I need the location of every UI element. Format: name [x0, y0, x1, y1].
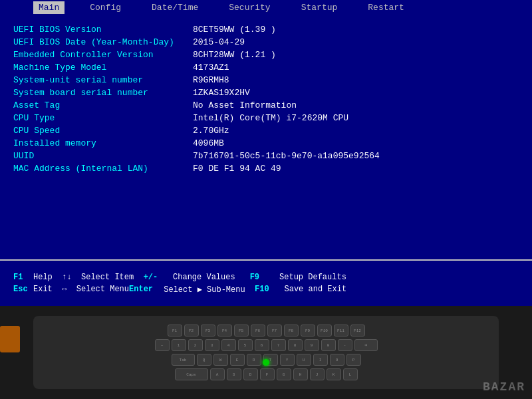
row-label: MAC Address (Internal LAN)	[13, 164, 193, 174]
help-desc-exit: Exit ↔ Select Menu	[33, 285, 129, 294]
row-label: UEFI BIOS Version	[13, 25, 193, 35]
key[interactable]: F4	[217, 325, 232, 336]
menu-bar: Main Config Date/Time Security Startup R…	[0, 0, 532, 15]
key[interactable]: P	[346, 354, 361, 366]
key-backspace[interactable]: ⌫	[354, 339, 378, 351]
menu-item-startup[interactable]: Startup	[296, 1, 343, 14]
row-label: System board serial number	[13, 88, 193, 98]
table-row: Machine Type Model 4173AZ1	[13, 63, 519, 72]
key[interactable]: Y	[280, 354, 295, 366]
key[interactable]: Q	[197, 354, 211, 366]
key[interactable]: 4	[221, 339, 236, 351]
table-row: System-unit serial number R9GRMH8	[13, 75, 519, 85]
key[interactable]: 6	[255, 339, 269, 351]
table-row: UUID 7b716701-50c5-11cb-9e70-a1a095e9256…	[13, 151, 519, 161]
key[interactable]: 7	[271, 339, 286, 351]
menu-item-restart[interactable]: Restart	[362, 1, 410, 14]
row-value: 7b716701-50c5-11cb-9e70-a1a095e92564	[193, 151, 380, 161]
menu-item-main[interactable]: Main	[33, 1, 65, 14]
help-key-esc: Esc	[13, 285, 33, 294]
key[interactable]: R	[247, 354, 261, 366]
key-space[interactable]: Caps	[175, 368, 208, 380]
key[interactable]: F3	[201, 325, 215, 336]
table-row: CPU Speed 2.70GHz	[13, 126, 519, 136]
menu-item-datetime[interactable]: Date/Time	[146, 1, 203, 14]
row-value: 4096MB	[193, 138, 224, 148]
key-row-4: Caps A S D F G H J K L	[175, 368, 358, 380]
menu-item-config[interactable]: Config	[84, 1, 126, 14]
key[interactable]: F12	[350, 325, 365, 336]
row-label: Installed memory	[13, 138, 193, 148]
table-row: UEFI BIOS Version 8CET59WW (1.39 )	[13, 25, 519, 35]
help-sym-plusminus: +/-	[144, 273, 164, 282]
help-desc-setup: Setup Defaults	[270, 273, 346, 282]
side-object-left	[0, 326, 20, 352]
key[interactable]: ~	[155, 339, 170, 351]
key[interactable]: K	[327, 368, 341, 380]
row-value: 1ZKAS19X2HV	[193, 88, 250, 98]
table-row: Asset Tag No Asset Information	[13, 100, 519, 110]
row-label: Machine Type Model	[13, 63, 193, 72]
row-label: UUID	[13, 151, 193, 161]
help-desc-save: Save and Exit	[275, 285, 346, 294]
help-key-f9: F9	[250, 273, 270, 282]
table-row: UEFI BIOS Date (Year-Month-Day) 2015-04-…	[13, 37, 519, 47]
keyboard-area: F1 F2 F3 F4 F5 F6 F7 F8 F9 F10 F11 F12 ~…	[0, 306, 532, 399]
key[interactable]: F10	[317, 325, 332, 336]
key[interactable]: 9	[305, 339, 319, 351]
key[interactable]: I	[313, 354, 328, 366]
key[interactable]: F11	[334, 325, 348, 336]
row-label: Asset Tag	[13, 100, 193, 110]
row-value: F0 DE F1 94 AC 49	[193, 164, 281, 174]
key[interactable]: D	[243, 368, 258, 380]
key-row-2: ~ 1 2 3 4 5 6 7 8 9 0 - ⌫	[155, 339, 378, 351]
row-value: 2015-04-29	[193, 37, 245, 47]
key[interactable]: G	[277, 368, 291, 380]
row-value: 2.70GHz	[193, 126, 229, 136]
key-tab[interactable]: Tab	[172, 354, 195, 366]
key[interactable]: F9	[301, 325, 315, 336]
table-row: MAC Address (Internal LAN) F0 DE F1 94 A…	[13, 164, 519, 174]
row-label: CPU Speed	[13, 126, 193, 136]
table-row: Embedded Controller Version 8CHT28WW (1.…	[13, 50, 519, 60]
key-row-1: F1 F2 F3 F4 F5 F6 F7 F8 F9 F10 F11 F12	[168, 325, 365, 336]
power-led	[263, 359, 269, 366]
key[interactable]: A	[210, 368, 225, 380]
key[interactable]: 3	[205, 339, 219, 351]
help-desc-help: Help ↑↓ Select Item	[33, 273, 144, 282]
key[interactable]: F6	[251, 325, 265, 336]
info-table: UEFI BIOS Version 8CET59WW (1.39 ) UEFI …	[13, 25, 519, 174]
help-row-2: Esc Exit ↔ Select Menu Enter Select ▶ Su…	[13, 285, 519, 295]
row-label: System-unit serial number	[13, 75, 193, 85]
key[interactable]: F7	[267, 325, 282, 336]
key[interactable]: -	[338, 339, 352, 351]
key[interactable]: O	[330, 354, 344, 366]
key[interactable]: 5	[238, 339, 253, 351]
key[interactable]: F5	[234, 325, 249, 336]
key[interactable]: E	[230, 354, 245, 366]
key[interactable]: F8	[284, 325, 299, 336]
key[interactable]: J	[310, 368, 325, 380]
table-row: Installed memory 4096MB	[13, 138, 519, 148]
key[interactable]: F	[260, 368, 275, 380]
row-value: 4173AZ1	[193, 63, 229, 72]
key[interactable]: F1	[168, 325, 182, 336]
row-label: Embedded Controller Version	[13, 50, 193, 60]
row-value: 8CET59WW (1.39 )	[193, 25, 276, 35]
key[interactable]: U	[297, 354, 311, 366]
keyboard-body: F1 F2 F3 F4 F5 F6 F7 F8 F9 F10 F11 F12 ~…	[33, 316, 499, 389]
key[interactable]: W	[213, 354, 228, 366]
help-key-f1: F1	[13, 273, 33, 282]
key[interactable]: 2	[188, 339, 203, 351]
key[interactable]: 8	[288, 339, 303, 351]
key[interactable]: H	[293, 368, 308, 380]
key[interactable]: 0	[321, 339, 336, 351]
row-label: CPU Type	[13, 113, 193, 123]
menu-item-security[interactable]: Security	[223, 1, 275, 14]
key[interactable]: S	[227, 368, 241, 380]
key[interactable]: 1	[172, 339, 186, 351]
key[interactable]: F2	[184, 325, 199, 336]
bios-content: UEFI BIOS Version 8CET59WW (1.39 ) UEFI …	[0, 15, 532, 259]
key[interactable]: L	[343, 368, 358, 380]
help-row-1: F1 Help ↑↓ Select Item +/- Change Values…	[13, 273, 519, 282]
